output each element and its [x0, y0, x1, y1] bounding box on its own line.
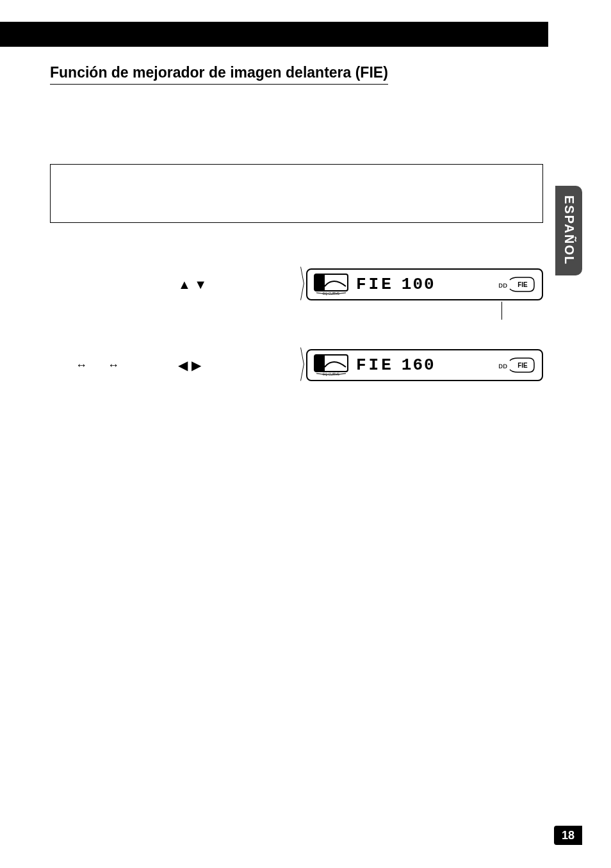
- language-tab-label: ESPAÑOL: [562, 195, 576, 265]
- language-tab: ESPAÑOL: [555, 186, 582, 275]
- lcd-label-2: FIE: [356, 356, 394, 375]
- indicator-line: [501, 302, 502, 320]
- svg-text:FIE: FIE: [517, 362, 528, 369]
- eq-curve-icon: EQ CURVE: [314, 274, 348, 295]
- section-title: Función de mejorador de imagen delantera…: [50, 64, 388, 85]
- lcd-label-1: FIE: [356, 275, 394, 294]
- lcd-display-2: EQ CURVE FIE 160 ᴅᴅ FIE: [306, 349, 543, 381]
- svg-rect-6: [314, 355, 325, 372]
- caution-box: [50, 164, 543, 223]
- eq-curve-icon: EQ CURVE: [314, 354, 348, 376]
- double-arrow-icon: ↔: [108, 359, 119, 372]
- svg-text:ᴅᴅ: ᴅᴅ: [498, 361, 507, 370]
- svg-rect-1: [314, 274, 325, 291]
- svg-text:ᴅᴅ: ᴅᴅ: [498, 281, 507, 290]
- header-black-bar: [0, 22, 548, 47]
- fie-badge-icon: ᴅᴅ FIE: [498, 276, 535, 293]
- fie-badge-icon: ᴅᴅ FIE: [498, 357, 535, 373]
- left-right-arrows-icon: ◀ ▶: [178, 357, 201, 373]
- lcd-display-1: EQ CURVE FIE 100 ᴅᴅ FIE: [306, 268, 543, 300]
- svg-text:EQ CURVE: EQ CURVE: [323, 372, 340, 376]
- page-number: 18: [554, 826, 582, 845]
- svg-text:FIE: FIE: [517, 281, 528, 288]
- double-arrow-icon: ↔: [76, 359, 87, 372]
- lcd-value-1: 100: [402, 275, 436, 294]
- lcd-value-2: 160: [402, 356, 436, 375]
- up-down-arrows-icon: ▲ ▼: [178, 277, 207, 292]
- svg-text:EQ CURVE: EQ CURVE: [323, 291, 340, 295]
